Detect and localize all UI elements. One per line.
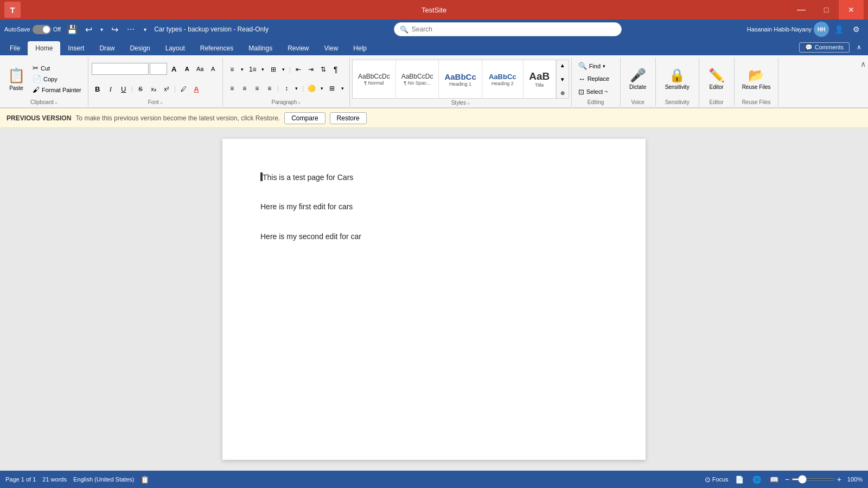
redo-button[interactable]: ↪ — [107, 22, 122, 36]
compare-button[interactable]: Compare — [284, 112, 325, 124]
save-button[interactable]: 💾 — [65, 22, 79, 36]
font-size-input[interactable] — [150, 63, 167, 75]
paragraph-expander[interactable]: ⬦ — [298, 100, 301, 105]
font-color-button[interactable]: A — [190, 83, 202, 95]
replace-button[interactable]: ↔ Replace — [575, 74, 617, 84]
ribbon-collapse-button[interactable]: ∧ — [852, 40, 866, 54]
reuse-files-button[interactable]: 📂 Reuse Files — [738, 66, 775, 92]
zoom-slider[interactable] — [792, 478, 835, 480]
undo-button[interactable]: ↩ — [81, 22, 95, 36]
share-icon-button[interactable]: 👤 — [831, 22, 846, 37]
font-shrink-button[interactable]: A — [181, 63, 193, 75]
borders-dropdown[interactable]: ▾ — [339, 82, 346, 94]
numbering-button[interactable]: 1≡ — [247, 63, 259, 75]
styles-expander[interactable]: ⬦ — [467, 100, 470, 106]
superscript-button[interactable]: x² — [161, 83, 173, 95]
web-layout-view[interactable]: 🌐 — [750, 473, 763, 486]
select-button[interactable]: ⊡ Select ~ — [575, 87, 617, 97]
dictate-button[interactable]: 🎤 Dictate — [625, 66, 650, 92]
style-no-spacing[interactable]: AaBbCcDc ¶ No Spac... — [396, 60, 439, 98]
align-center-button[interactable]: ≡ — [239, 82, 251, 94]
clipboard-expander[interactable]: ⬦ — [55, 100, 58, 105]
find-dropdown[interactable]: ▾ — [603, 63, 605, 69]
multilevel-dropdown[interactable]: ▾ — [280, 63, 288, 75]
styles-scroll-down[interactable]: ▼ — [557, 74, 569, 85]
align-left-button[interactable]: ≡ — [226, 82, 238, 94]
settings-button[interactable]: ⚙ — [848, 22, 864, 37]
minimize-button[interactable]: — — [789, 0, 814, 20]
tab-references[interactable]: References — [193, 41, 241, 55]
italic-button[interactable]: I — [105, 83, 117, 95]
more-qa-button[interactable]: ⋯ — [124, 22, 138, 36]
restore-button[interactable]: Restore — [330, 112, 367, 124]
copy-button[interactable]: 📄 Copy — [29, 74, 85, 84]
style-normal[interactable]: AaBbCcDc ¶ Normal — [353, 60, 396, 98]
tab-file[interactable]: File — [2, 41, 28, 55]
zoom-out-button[interactable]: − — [785, 475, 789, 484]
underline-button[interactable]: U — [118, 83, 130, 95]
editor-button[interactable]: ✏️ Editor — [704, 66, 729, 92]
paste-icon: 📋 — [8, 67, 25, 84]
tab-layout[interactable]: Layout — [158, 41, 193, 55]
pilcrow-button[interactable]: ¶ — [330, 63, 342, 75]
close-button[interactable]: ✕ — [839, 0, 864, 20]
find-button[interactable]: 🔍 Find ▾ — [575, 61, 617, 71]
paste-button[interactable]: 📋 Paste — [3, 62, 29, 96]
tab-insert[interactable]: Insert — [60, 41, 92, 55]
comments-button[interactable]: 💬 Comments — [799, 42, 850, 53]
proofing-button[interactable]: 📋 — [141, 476, 149, 484]
tab-draw[interactable]: Draw — [92, 41, 122, 55]
maximize-button[interactable]: □ — [814, 0, 839, 20]
search-bar: 🔍 — [394, 22, 622, 36]
customize-qa-button[interactable]: ▾ — [140, 22, 150, 36]
print-layout-view[interactable]: 📄 — [733, 473, 746, 486]
style-heading1[interactable]: AaBbCc Heading 1 — [439, 60, 482, 98]
clear-formatting-button[interactable]: A — [207, 63, 219, 75]
sort-button[interactable]: ⇅ — [317, 63, 329, 75]
autosave-toggle[interactable] — [33, 25, 51, 34]
user-avatar[interactable]: HH — [814, 22, 829, 37]
decrease-indent-button[interactable]: ⇤ — [292, 63, 304, 75]
style-heading2[interactable]: AaBbCc Heading 2 — [482, 60, 524, 98]
style-title[interactable]: AaB Title — [524, 60, 556, 98]
focus-button[interactable]: ⊙ Focus — [705, 476, 729, 484]
align-right-button[interactable]: ≡ — [251, 82, 263, 94]
line-spacing-button[interactable]: ↕ — [280, 82, 292, 94]
font-expander[interactable]: ⬦ — [160, 100, 163, 105]
font-grow-button[interactable]: A — [168, 63, 180, 75]
text-highlight-button[interactable]: 🖊 — [177, 83, 189, 95]
tab-help[interactable]: Help — [346, 41, 374, 55]
paragraph-1: This is a test page for Cars — [260, 171, 608, 183]
undo-dropdown[interactable]: ▾ — [98, 22, 105, 36]
cut-button[interactable]: ✂ Cut — [29, 63, 85, 73]
shading-button[interactable]: 🟡 — [305, 82, 317, 94]
tab-review[interactable]: Review — [280, 41, 316, 55]
strikethrough-button[interactable]: S — [135, 83, 146, 95]
tab-home[interactable]: Home — [28, 41, 60, 55]
numbering-dropdown[interactable]: ▾ — [259, 63, 267, 75]
font-name-input[interactable] — [92, 63, 149, 75]
format-painter-button[interactable]: 🖌 Format Painter — [29, 85, 85, 95]
increase-indent-button[interactable]: ⇥ — [305, 63, 317, 75]
zoom-in-button[interactable]: + — [837, 475, 841, 484]
shading-dropdown[interactable]: ▾ — [318, 82, 326, 94]
ribbon-toggle-button[interactable]: ∧ — [860, 60, 866, 68]
change-case-button[interactable]: Aa — [194, 63, 206, 75]
line-spacing-dropdown[interactable]: ▾ — [293, 82, 301, 94]
tab-view[interactable]: View — [317, 41, 346, 55]
justify-button[interactable]: ≡ — [264, 82, 276, 94]
styles-more[interactable]: ⊕ — [557, 88, 569, 98]
tab-design[interactable]: Design — [122, 41, 157, 55]
bullets-dropdown[interactable]: ▾ — [239, 63, 246, 75]
subscript-button[interactable]: x₂ — [148, 83, 159, 95]
styles-scroll-up[interactable]: ▲ — [557, 60, 569, 70]
search-input[interactable] — [412, 25, 616, 33]
read-mode-view[interactable]: 📖 — [768, 473, 781, 486]
sensitivity-button[interactable]: 🔒 Sensitivity — [661, 66, 694, 92]
bold-button[interactable]: B — [92, 83, 104, 95]
tab-mailings[interactable]: Mailings — [241, 41, 280, 55]
borders-button[interactable]: ⊞ — [326, 82, 338, 94]
bullets-button[interactable]: ≡ — [226, 63, 238, 75]
multilevel-button[interactable]: ⊞ — [267, 63, 279, 75]
document-page[interactable]: This is a test page for Cars Here is my … — [222, 139, 646, 460]
